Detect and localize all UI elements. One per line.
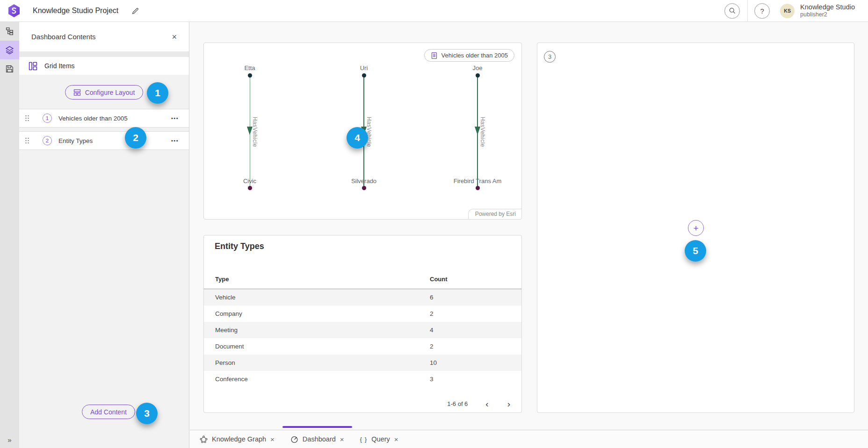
close-icon: ×: [270, 435, 275, 443]
ellipsis-icon: •••: [171, 138, 179, 143]
source-node-label: Uri: [360, 64, 368, 71]
search-button[interactable]: [724, 3, 740, 19]
table-row[interactable]: Vehicle 6: [204, 289, 521, 306]
table-header-row: Type Count: [204, 269, 521, 289]
slot-number-badge: 3: [544, 51, 556, 63]
widget-title: Entity Types: [215, 242, 264, 251]
pagination-prev-button[interactable]: ‹: [484, 399, 490, 408]
drag-handle-icon[interactable]: [24, 114, 30, 122]
source-node-label: Etta: [244, 64, 255, 71]
braces-icon: { }: [360, 436, 368, 443]
callout-badge-5: 5: [685, 240, 706, 262]
pagination-next-button[interactable]: ›: [506, 399, 512, 408]
tab-close-icon[interactable]: ×: [270, 436, 275, 443]
configure-layout-button[interactable]: Configure Layout: [65, 85, 144, 100]
item-options-button[interactable]: •••: [168, 137, 181, 144]
target-node-label: Silverado: [351, 178, 376, 185]
table-row[interactable]: Person 10: [204, 355, 521, 371]
cell-type: Vehicle: [215, 294, 430, 301]
panel-divider: [19, 51, 189, 57]
save-icon: [6, 65, 14, 73]
configure-layout-label: Configure Layout: [85, 89, 135, 96]
ellipsis-icon: •••: [171, 115, 179, 121]
grid-item-row[interactable]: 2 Entity Types •••: [19, 131, 189, 150]
chevron-right-icon: ›: [507, 399, 510, 409]
layout-icon: [73, 89, 81, 96]
target-node-label: Civic: [243, 178, 256, 185]
rail-item-save[interactable]: [0, 59, 19, 78]
hierarchy-icon: [6, 27, 14, 36]
tab-label: Query: [371, 435, 390, 443]
item-label: Vehicles older than 2005: [58, 115, 128, 122]
cell-count: 2: [430, 310, 434, 317]
knowledge-graph-icon: [200, 435, 208, 443]
grid-item-row[interactable]: 1 Vehicles older than 2005 •••: [19, 109, 189, 128]
filter-chip-label: Vehicles older than 2005: [441, 52, 508, 59]
target-node-dot[interactable]: [248, 186, 252, 190]
source-node-dot[interactable]: [476, 73, 480, 78]
edit-title-button[interactable]: [130, 5, 141, 17]
cell-type: Conference: [215, 376, 430, 383]
tab-knowledge-graph[interactable]: Knowledge Graph ×: [192, 430, 282, 448]
close-icon: ×: [340, 435, 344, 443]
tab-close-icon[interactable]: ×: [340, 436, 344, 443]
cell-type: Person: [215, 359, 430, 366]
table-row[interactable]: Document 2: [204, 338, 521, 355]
plus-icon: +: [693, 224, 698, 233]
tab-close-icon[interactable]: ×: [394, 436, 398, 443]
drag-handle-icon[interactable]: [24, 137, 30, 144]
dashboard-canvas: Vehicles older than 2005 Etta HasVehicle…: [190, 22, 868, 430]
avatar[interactable]: KS: [780, 4, 795, 18]
user-role: publisher2: [800, 11, 855, 18]
table-row[interactable]: Conference 3: [204, 371, 521, 387]
add-widget-button[interactable]: +: [688, 220, 704, 236]
tab-dashboard[interactable]: Dashboard ×: [282, 430, 352, 448]
column-header-count: Count: [430, 276, 448, 283]
table-row[interactable]: Company 2: [204, 306, 521, 322]
source-node-label: Joe: [473, 64, 483, 71]
column-header-type: Type: [215, 276, 430, 283]
cell-type: Meeting: [215, 327, 430, 334]
pencil-icon: [131, 7, 139, 15]
esri-attribution: Powered by Esri: [468, 209, 521, 219]
target-node-label: Firebird Trans Am: [454, 178, 502, 185]
callout-badge-1: 1: [147, 82, 168, 104]
close-icon: ×: [172, 32, 177, 42]
rail-item-data-model[interactable]: [0, 22, 19, 41]
source-node-dot[interactable]: [248, 73, 252, 78]
page-title: Knowledge Studio Project: [33, 7, 118, 15]
tab-label: Dashboard: [303, 435, 336, 443]
item-number-badge: 1: [43, 114, 52, 123]
rail-item-contents[interactable]: [0, 41, 19, 59]
dashboard-gauge-icon: [290, 435, 298, 443]
cell-count: 6: [430, 294, 434, 301]
cell-count: 4: [430, 327, 434, 334]
table-row[interactable]: Meeting 4: [204, 322, 521, 338]
help-icon: ?: [760, 7, 764, 15]
cell-count: 10: [430, 359, 437, 366]
target-node-dot[interactable]: [476, 186, 480, 190]
layers-icon: [5, 46, 14, 55]
document-icon: [431, 52, 438, 59]
tab-query[interactable]: { } Query ×: [352, 430, 406, 448]
item-options-button[interactable]: •••: [168, 115, 181, 121]
filter-chip[interactable]: Vehicles older than 2005: [424, 49, 514, 62]
add-content-label: Add Content: [90, 408, 127, 416]
grid-items-label: Grid Items: [44, 62, 75, 70]
panel-close-button[interactable]: ×: [169, 32, 180, 42]
header-divider: [747, 0, 748, 22]
view-tabbar: Knowledge Graph × Dashboard × { } Query …: [190, 430, 868, 448]
add-content-button[interactable]: Add Content: [82, 405, 135, 419]
panel-title: Dashboard Contents: [31, 33, 96, 41]
item-label: Entity Types: [58, 137, 93, 144]
target-node-dot[interactable]: [362, 186, 366, 190]
help-button[interactable]: ?: [754, 3, 770, 19]
expand-rail-button[interactable]: »: [0, 435, 19, 444]
source-node-dot[interactable]: [362, 73, 366, 78]
knowledge-studio-logo-icon: [7, 4, 21, 18]
cell-count: 3: [430, 376, 434, 383]
user-info: Knowledge Studio publisher2: [800, 3, 855, 18]
tab-label: Knowledge Graph: [212, 435, 266, 443]
user-name: Knowledge Studio: [800, 3, 855, 11]
edge-relation-label: HasVehicle: [479, 117, 486, 147]
